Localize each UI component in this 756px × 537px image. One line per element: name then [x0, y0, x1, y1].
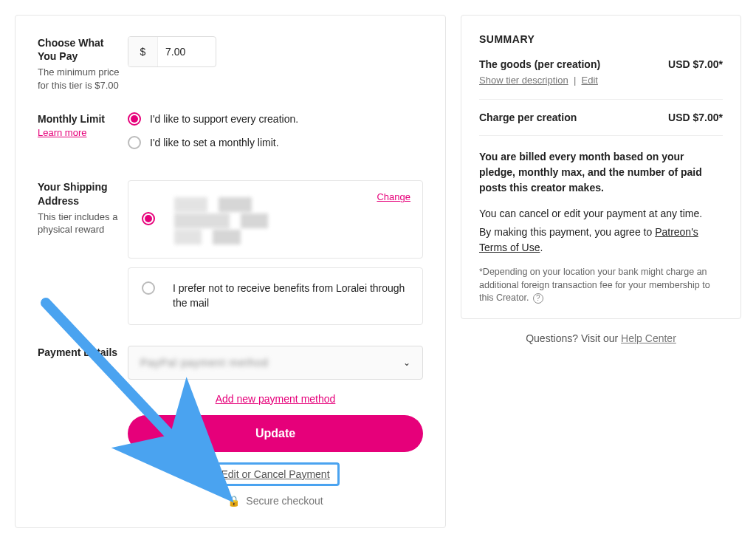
radio-label-limit: I'd like to set a monthly limit. — [150, 137, 279, 148]
goods-label: The goods (per creation) — [479, 58, 600, 70]
choose-subtitle: The minimum price for this tier is $7.00 — [38, 66, 120, 92]
divider — [479, 99, 723, 100]
shipping-title: Your Shipping Address — [38, 180, 120, 207]
radio-every-creation[interactable]: I'd like to support every creation. — [128, 112, 423, 126]
footnote-text: *Depending on your location your bank mi… — [479, 267, 710, 303]
shipping-row: Your Shipping Address This tier includes… — [38, 180, 423, 324]
cancel-anytime-text: You can cancel or edit your payment at a… — [479, 206, 723, 222]
radio-icon — [128, 136, 141, 149]
secure-label: Secure checkout — [246, 495, 323, 507]
summary-title: SUMMARY — [479, 33, 723, 45]
dropdown-selected: PayPal payment method — [140, 357, 269, 369]
no-mail-option[interactable]: I prefer not to receive benefits from Lo… — [128, 267, 423, 324]
change-address-link[interactable]: Change — [377, 191, 410, 202]
billing-info-bold: You are billed every month based on your… — [479, 149, 723, 196]
summary-panel: SUMMARY The goods (per creation) USD $7.… — [461, 15, 741, 319]
charge-label: Charge per creation — [479, 112, 577, 123]
show-tier-link[interactable]: Show tier description — [479, 75, 568, 86]
main-form-panel: Choose What You Pay The minimum price fo… — [15, 15, 446, 528]
agree-prefix: By making this payment, you agree to — [479, 226, 655, 238]
radio-monthly-limit[interactable]: I'd like to set a monthly limit. — [128, 136, 423, 149]
price-value: 7.00 — [158, 37, 216, 66]
monthly-title: Monthly Limit — [38, 112, 120, 126]
radio-icon[interactable] — [142, 212, 155, 225]
edit-cancel-link[interactable]: Edit or Cancel Payment — [221, 468, 329, 480]
add-payment-link[interactable]: Add new payment method — [216, 393, 336, 405]
help-icon[interactable]: ? — [533, 293, 543, 304]
shipping-subtitle: This tier includes a physical reward — [38, 211, 120, 236]
address-selected-box: Change — [128, 180, 423, 259]
update-button[interactable]: Update — [128, 415, 423, 452]
tier-links: Show tier description | Edit — [479, 75, 723, 86]
summary-charge-row: Charge per creation USD $7.00* — [479, 112, 723, 123]
choose-title: Choose What You Pay — [38, 36, 120, 63]
chevron-down-icon: ⌄ — [403, 358, 410, 368]
redacted-address — [174, 194, 285, 244]
monthly-limit-row: Monthly Limit Learn more I'd like to sup… — [38, 112, 423, 160]
charge-amount: USD $7.00* — [668, 112, 723, 123]
radio-icon — [128, 112, 141, 126]
questions-prefix: Questions? Visit our — [526, 332, 621, 344]
edit-tier-link[interactable]: Edit — [582, 75, 598, 86]
edit-cancel-highlight: Edit or Cancel Payment — [211, 462, 339, 486]
payment-method-dropdown[interactable]: PayPal payment method ⌄ — [128, 346, 423, 380]
secure-checkout: 🔒 Secure checkout — [128, 495, 423, 507]
help-center-link[interactable]: Help Center — [621, 332, 676, 344]
payment-title: Payment Details — [38, 346, 120, 359]
learn-more-link[interactable]: Learn more — [38, 127, 86, 138]
radio-icon — [142, 281, 155, 295]
footnote: *Depending on your location your bank mi… — [479, 266, 723, 305]
payment-row: Payment Details PayPal payment method ⌄ … — [38, 346, 423, 507]
lock-icon: 🔒 — [227, 495, 240, 507]
goods-amount: USD $7.00* — [668, 58, 723, 70]
questions-line: Questions? Visit our Help Center — [461, 332, 741, 344]
price-input[interactable]: $ 7.00 — [128, 36, 216, 67]
no-mail-label: I prefer not to receive benefits from Lo… — [173, 281, 409, 310]
summary-goods-row: The goods (per creation) USD $7.00* — [479, 58, 723, 70]
pricing-row: Choose What You Pay The minimum price fo… — [38, 36, 423, 92]
terms-agree-text: By making this payment, you agree to Pat… — [479, 225, 723, 256]
radio-label-every: I'd like to support every creation. — [150, 113, 298, 125]
currency-symbol: $ — [128, 37, 158, 66]
